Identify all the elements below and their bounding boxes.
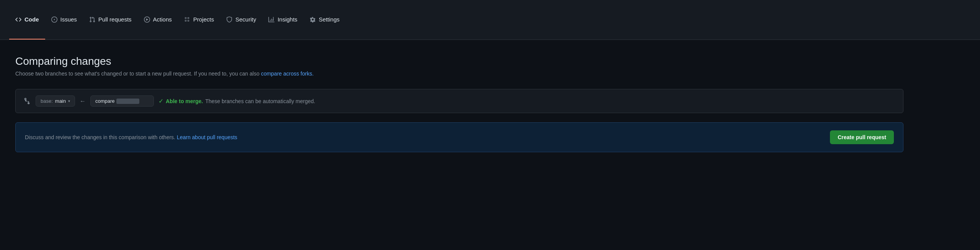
tab-security[interactable]: Security — [220, 0, 262, 39]
compare-branch-blurred — [116, 99, 139, 104]
compare-forks-link[interactable]: compare across forks. — [261, 71, 314, 77]
tab-insights[interactable]: Insights — [262, 0, 304, 39]
tab-settings-label: Settings — [319, 16, 340, 23]
actions-icon — [144, 16, 150, 23]
chevron-down-icon: ▾ — [68, 99, 70, 103]
base-branch-select[interactable]: base: main ▾ — [36, 95, 75, 107]
tab-projects-label: Projects — [193, 16, 214, 23]
base-label: base: — [41, 98, 53, 104]
main-content: Comparing changes Choose two branches to… — [0, 40, 919, 168]
compare-branch-box[interactable]: compare — [90, 95, 154, 107]
issues-icon — [51, 16, 57, 23]
learn-about-pr-link[interactable]: Learn about pull requests — [177, 134, 237, 140]
nav-bar: Code Issues Pull requests Actions — [0, 0, 980, 40]
info-box-text: Discuss and review the changes in this c… — [25, 134, 237, 140]
code-icon — [15, 16, 21, 23]
pull-request-icon — [89, 16, 95, 23]
page-subtitle: Choose two branches to see what's change… — [15, 71, 903, 77]
insights-icon — [268, 16, 274, 23]
tab-code[interactable]: Code — [9, 0, 45, 39]
merge-status-rest: These branches can be automatically merg… — [205, 98, 315, 104]
git-compare-icon — [23, 97, 31, 105]
tab-settings[interactable]: Settings — [304, 0, 346, 39]
base-branch-name: main — [55, 98, 66, 104]
tab-projects[interactable]: Projects — [178, 0, 220, 39]
info-box-description: Discuss and review the changes in this c… — [25, 134, 177, 140]
page-subtitle-text: Choose two branches to see what's change… — [15, 71, 261, 77]
able-to-merge-text: Able to merge. — [166, 98, 203, 104]
info-box: Discuss and review the changes in this c… — [15, 122, 903, 152]
merge-status: ✓ Able to merge. These branches can be a… — [158, 97, 315, 105]
projects-icon — [184, 16, 190, 23]
create-pull-request-button[interactable]: Create pull request — [830, 130, 894, 144]
compare-branch-text: compare — [95, 98, 115, 104]
compare-row: base: main ▾ ← compare ✓ Able to merge. … — [15, 89, 903, 113]
tab-insights-label: Insights — [278, 16, 297, 23]
tab-issues-label: Issues — [60, 16, 77, 23]
settings-icon — [310, 16, 316, 23]
tab-issues[interactable]: Issues — [45, 0, 83, 39]
checkmark-icon: ✓ — [158, 97, 163, 105]
tab-actions-label: Actions — [153, 16, 172, 23]
page-title: Comparing changes — [15, 55, 903, 67]
tab-code-label: Code — [24, 16, 39, 23]
arrow-left-icon: ← — [80, 98, 86, 105]
tab-actions[interactable]: Actions — [138, 0, 178, 39]
tab-pull-requests-label: Pull requests — [98, 16, 132, 23]
security-icon — [226, 16, 232, 23]
tab-pull-requests[interactable]: Pull requests — [83, 0, 138, 39]
tab-security-label: Security — [235, 16, 256, 23]
